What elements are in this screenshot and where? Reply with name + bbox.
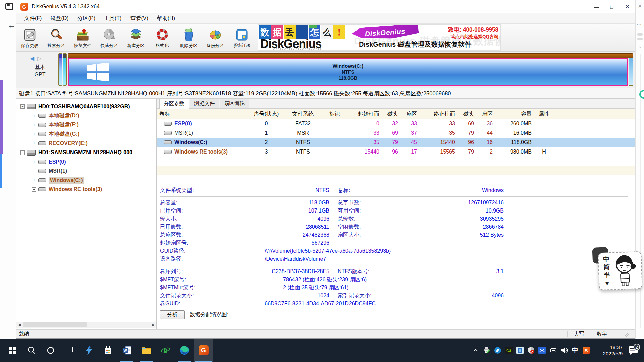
- tab-partition-params[interactable]: 分区参数: [159, 99, 189, 109]
- expand-icon[interactable]: +: [32, 141, 36, 145]
- taskbar-cortana[interactable]: [41, 339, 60, 362]
- menu-3[interactable]: 工具(T): [100, 15, 126, 22]
- table-row-windows-c-[interactable]: Windows(C:)2NTFS357945154409616118.0GB: [157, 138, 635, 147]
- column-header-9[interactable]: 扇区: [477, 111, 495, 118]
- tree-item-hd0-toshibamq04abf100-932gb-[interactable]: −HD0:TOSHIBAMQ04ABF100(932GB): [20, 102, 130, 111]
- menu-5[interactable]: 帮助(H): [153, 15, 179, 22]
- toolbar-button-0[interactable]: 保存更改: [16, 24, 43, 51]
- analyze-button[interactable]: 分析: [160, 310, 185, 319]
- windows-c-partition-block[interactable]: Windows(C:) NTFS 118.0GB: [68, 58, 628, 86]
- close-button[interactable]: ✕: [620, 0, 635, 13]
- scroll-right-arrow-icon[interactable]: ▶: [150, 322, 156, 328]
- tray-defender-alert[interactable]: [525, 346, 536, 355]
- toolbar-button-1[interactable]: 搜索分区: [43, 24, 69, 51]
- table-cell: MSR(1): [157, 130, 250, 136]
- tree-item-esp-0-[interactable]: +ESP(0): [32, 157, 66, 166]
- column-header-11[interactable]: 属性: [534, 111, 554, 118]
- tab-sector-edit[interactable]: 扇区编辑: [220, 99, 249, 108]
- resize-grip[interactable]: [625, 333, 629, 337]
- re-tools-partition-bar[interactable]: [629, 58, 633, 86]
- expand-icon[interactable]: +: [32, 123, 36, 127]
- menu-1[interactable]: 磁盘(D): [46, 15, 73, 22]
- toolbar-button-5[interactable]: 格式化: [149, 24, 175, 51]
- next-disk-arrow-icon[interactable]: ▷: [37, 55, 42, 62]
- collapse-icon[interactable]: −: [20, 104, 25, 109]
- collapse-icon[interactable]: −: [20, 150, 25, 155]
- column-header-1[interactable]: 序号(状态): [250, 111, 283, 118]
- taskbar-flow-launcher[interactable]: [79, 339, 98, 362]
- tray-printer[interactable]: [481, 346, 492, 355]
- tray-snowflake[interactable]: [536, 346, 547, 355]
- taskbar-green-browser[interactable]: e: [156, 339, 175, 362]
- tray-power[interactable]: [547, 346, 558, 355]
- sogou-ime-widget[interactable]: 中简半♥: [598, 251, 643, 290]
- taskbar-clock[interactable]: 18:37 2022/5/9: [594, 344, 623, 357]
- tray-nvidia[interactable]: [503, 346, 514, 355]
- table-row-esp-0-[interactable]: ESP(0)0FAT3203233336936260.0MB: [157, 119, 635, 128]
- column-header-5[interactable]: 磁头: [382, 111, 401, 118]
- toolbar-button-8[interactable]: 系统迁移: [228, 24, 255, 51]
- toolbar-button-label: 新建分区: [127, 43, 145, 49]
- toolbar-button-2[interactable]: 恢复文件: [69, 24, 96, 51]
- tree-item-msr-1-[interactable]: MSR(1): [32, 167, 67, 176]
- expand-icon[interactable]: +: [32, 178, 36, 182]
- tray-volume[interactable]: [558, 346, 570, 355]
- esp-partition-bar[interactable]: [58, 53, 62, 86]
- tree-item-recovery-e-[interactable]: +RECOVERY(E:): [32, 139, 88, 148]
- column-header-10[interactable]: 容量: [495, 111, 534, 118]
- expand-icon[interactable]: +: [32, 114, 36, 118]
- taskbar-start[interactable]: [3, 339, 22, 362]
- menu-2[interactable]: 分区(P): [73, 15, 100, 22]
- ad-banner[interactable]: DiskGenius 磁盘管理及数据恢复软件 数据丢怎么！ DiskGenius…: [258, 24, 501, 51]
- tree-item--f-[interactable]: +本地磁盘(F:): [32, 120, 79, 129]
- column-header-4[interactable]: 起始柱面: [346, 111, 382, 118]
- tray-tray-chevron[interactable]: [470, 346, 481, 355]
- tree-item-windows-c-[interactable]: +Windows(C:): [32, 176, 84, 185]
- msr-partition-bar[interactable]: [63, 53, 67, 86]
- tray-bird[interactable]: [492, 346, 503, 355]
- taskbar-word[interactable]: W: [117, 339, 137, 362]
- tree-item--g-[interactable]: +本地磁盘(G:): [32, 130, 79, 139]
- tree-item-hd1-samsungmznln128hahq-000[interactable]: −HD1:SAMSUNGMZNLN128HAHQ-000: [20, 148, 132, 157]
- toolbar-button-4[interactable]: 新建分区: [122, 24, 149, 51]
- column-header-2[interactable]: 文件系统: [283, 111, 323, 118]
- empty-table-stripe: [157, 157, 635, 166]
- toolbar-button-3[interactable]: 快速分区: [96, 24, 122, 51]
- column-header-3[interactable]: 标识: [323, 111, 346, 118]
- maximize-button[interactable]: □: [604, 0, 620, 13]
- action-center-icon[interactable]: 2: [626, 346, 641, 355]
- tree-horizontal-scrollbar[interactable]: ◀ ▶: [16, 322, 156, 328]
- tray-sogou[interactable]: S: [581, 346, 592, 355]
- taskbar-edge[interactable]: [175, 339, 194, 362]
- column-header-8[interactable]: 磁头: [458, 111, 477, 118]
- scroll-thumb[interactable]: [23, 322, 87, 327]
- column-header-0[interactable]: 卷标: [157, 111, 250, 118]
- toolbar-button-7[interactable]: 备份分区: [202, 24, 228, 51]
- expand-icon[interactable]: +: [32, 132, 36, 136]
- tab-browse-files[interactable]: 浏览文件: [190, 99, 219, 108]
- expand-icon[interactable]: +: [32, 160, 36, 164]
- taskbar-file-explorer[interactable]: [137, 339, 156, 362]
- taskbar-store[interactable]: [98, 339, 117, 362]
- column-header-6[interactable]: 扇区: [401, 111, 420, 118]
- taskbar-taskbar-search[interactable]: [22, 339, 41, 362]
- prev-disk-arrow-icon[interactable]: ◀: [30, 55, 35, 62]
- tray-intel[interactable]: [514, 346, 525, 355]
- partition-label: Windows(C:) NTFS 118.0GB: [333, 63, 364, 81]
- table-cell: 44: [477, 130, 495, 136]
- expand-icon[interactable]: +: [32, 187, 36, 192]
- table-row-windows-re-tools-3-[interactable]: Windows RE tools(3)3NTFS1544096171556579…: [157, 147, 635, 157]
- minimize-button[interactable]: —: [589, 0, 604, 13]
- table-row-msr-1-[interactable]: MSR(1)1MSR33693735794416.0MB: [157, 128, 635, 138]
- tree-item-windows-re-tools-3-[interactable]: +Windows RE tools(3): [32, 185, 102, 194]
- scroll-left-arrow-icon[interactable]: ◀: [16, 322, 22, 328]
- taskbar-task-view[interactable]: [60, 339, 79, 362]
- banner-contact[interactable]: 致电: 400-008-9958 或点击此处选择QQ咨询: [448, 26, 498, 40]
- menu-4[interactable]: 查看(V): [126, 15, 152, 22]
- taskbar-diskgenius[interactable]: G: [194, 339, 213, 362]
- tree-item--d-[interactable]: +本地磁盘(D:): [32, 111, 79, 120]
- menu-0[interactable]: 文件(F): [20, 15, 46, 22]
- tray-ime-zh[interactable]: 中: [570, 346, 581, 355]
- column-header-7[interactable]: 终止柱面: [420, 111, 458, 118]
- toolbar-button-6[interactable]: 删除分区: [175, 24, 202, 51]
